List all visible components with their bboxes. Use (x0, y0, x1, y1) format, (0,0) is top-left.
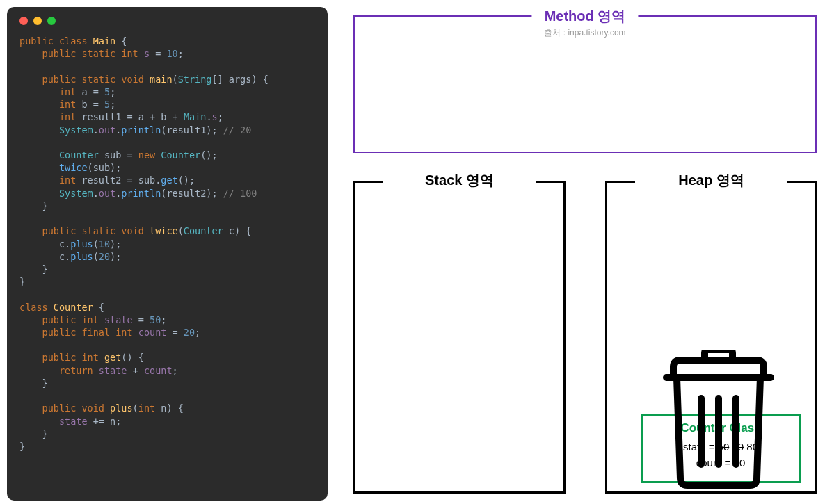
heap-top-border-left (607, 181, 635, 183)
heap-area-box: Heap 영역 Counter Class state = 50 60 80 c… (605, 181, 817, 494)
stack-area-title: Stack 영역 (425, 171, 494, 190)
state-old-2: 60 (732, 441, 744, 453)
count-value: 20 (734, 457, 746, 469)
minimize-dot (33, 17, 42, 25)
close-dot (19, 17, 28, 25)
code-editor-panel: public class Main { public static int s … (7, 7, 328, 501)
heap-area-title: Heap 영역 (678, 171, 744, 190)
method-area-source: 출처 : inpa.tistory.com (544, 27, 625, 39)
state-label: state = (683, 441, 718, 453)
method-area-header: Method 영역 출처 : inpa.tistory.com (531, 7, 638, 39)
source-code: public class Main { public static int s … (19, 35, 315, 453)
counter-class-title: Counter Class (643, 421, 799, 435)
stack-top-border-left (355, 181, 383, 183)
stack-area-header: Stack 영역 (410, 171, 509, 190)
method-area-title: Method 영역 (544, 7, 625, 26)
heap-area-header: Heap 영역 (663, 171, 759, 190)
count-label: count = (696, 457, 734, 469)
method-area-box: Method 영역 출처 : inpa.tistory.com (353, 15, 817, 153)
window-controls (19, 17, 315, 25)
counter-state-field: state = 50 60 80 (643, 439, 799, 455)
heap-top-border-right (787, 181, 815, 183)
state-current: 80 (746, 441, 758, 453)
maximize-dot (47, 17, 56, 25)
counter-count-field: count = 20 (643, 455, 799, 471)
state-old-1: 50 (718, 441, 730, 453)
stack-area-box: Stack 영역 (353, 181, 566, 494)
stack-top-border-right (536, 181, 563, 183)
counter-object-box: Counter Class state = 50 60 80 count = 2… (641, 414, 801, 483)
